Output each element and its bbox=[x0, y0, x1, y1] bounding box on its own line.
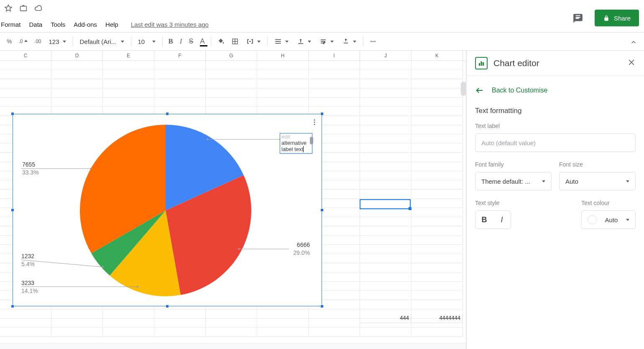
vertical-align-dropdown[interactable] bbox=[294, 35, 314, 48]
field-label: Font size bbox=[559, 161, 636, 168]
text-rotation-dropdown[interactable] bbox=[339, 35, 360, 48]
last-edit-link[interactable]: Last edit was 3 minutes ago bbox=[127, 18, 213, 31]
editor-line: label text bbox=[281, 146, 303, 152]
resize-handle[interactable] bbox=[320, 112, 324, 115]
svg-point-3 bbox=[372, 41, 373, 42]
text-color-button[interactable]: A bbox=[197, 35, 207, 48]
svg-point-7 bbox=[314, 124, 315, 125]
resize-handle[interactable] bbox=[166, 305, 169, 308]
scroll-thumb[interactable] bbox=[310, 137, 313, 144]
scroll-thumb[interactable] bbox=[461, 82, 466, 96]
move-icon[interactable] bbox=[19, 4, 28, 13]
title-bar: Share bbox=[0, 0, 644, 16]
cell-value[interactable]: 444 bbox=[360, 314, 411, 323]
svg-rect-0 bbox=[20, 6, 27, 11]
slice-label-editor[interactable]: edit alternative label text bbox=[280, 133, 312, 154]
slice-label: 6666 bbox=[297, 241, 310, 248]
slice-percent: 14.1% bbox=[21, 287, 38, 294]
slice-label: 3233 bbox=[21, 280, 34, 286]
menu-bar: Format Data Tools Add-ons Help Last edit… bbox=[0, 16, 644, 32]
selected-cell[interactable] bbox=[360, 199, 411, 209]
slice-label: 7655 bbox=[22, 161, 35, 168]
star-icon[interactable] bbox=[4, 4, 13, 13]
more-formats-dropdown[interactable]: 123 bbox=[45, 35, 69, 48]
col-header[interactable]: K bbox=[411, 51, 463, 60]
toolbar: % .0 .00 123 Default (Ari... 10 B I S A bbox=[0, 32, 644, 51]
increase-decimal-button[interactable]: .00 bbox=[32, 35, 44, 48]
svg-rect-19 bbox=[481, 61, 482, 66]
text-colour-select[interactable]: Auto bbox=[581, 210, 636, 229]
more-tools-button[interactable] bbox=[367, 35, 379, 48]
back-label: Back to Customise bbox=[492, 87, 547, 94]
resize-handle[interactable] bbox=[166, 112, 169, 115]
menu-help[interactable]: Help bbox=[101, 18, 123, 31]
text-label-input[interactable]: Auto (default value) bbox=[475, 133, 636, 152]
col-header[interactable]: G bbox=[206, 51, 257, 60]
resize-handle[interactable] bbox=[320, 305, 324, 308]
slice-percent: 29.0% bbox=[293, 249, 310, 256]
svg-point-17 bbox=[90, 168, 92, 169]
menu-tools[interactable]: Tools bbox=[46, 18, 69, 31]
col-header[interactable]: F bbox=[154, 51, 206, 60]
col-header[interactable]: I bbox=[309, 51, 360, 60]
resize-handle[interactable] bbox=[11, 112, 14, 115]
menu-format[interactable]: Format bbox=[0, 18, 25, 31]
chart-menu-button[interactable] bbox=[311, 118, 318, 128]
arrow-left-icon bbox=[475, 86, 484, 95]
col-header[interactable]: D bbox=[51, 51, 103, 60]
slice-percent: 33.3% bbox=[22, 169, 39, 176]
svg-rect-18 bbox=[479, 63, 480, 66]
field-label: Text label bbox=[475, 123, 636, 129]
bold-toggle[interactable]: B bbox=[475, 211, 493, 228]
svg-rect-20 bbox=[483, 62, 484, 65]
svg-point-5 bbox=[314, 119, 315, 121]
share-label: Share bbox=[614, 15, 631, 22]
italic-toggle[interactable]: I bbox=[493, 211, 511, 228]
col-header[interactable]: E bbox=[103, 51, 154, 60]
fill-handle[interactable] bbox=[409, 207, 411, 210]
resize-handle[interactable] bbox=[11, 208, 14, 212]
fill-color-button[interactable] bbox=[215, 35, 227, 48]
back-to-customise-button[interactable]: Back to Customise bbox=[467, 76, 644, 103]
percent-format-button[interactable]: % bbox=[4, 35, 14, 48]
font-size-select[interactable]: Auto bbox=[559, 172, 636, 190]
svg-point-15 bbox=[102, 266, 104, 268]
share-button[interactable]: Share bbox=[595, 10, 639, 26]
svg-point-6 bbox=[314, 122, 315, 123]
svg-point-9 bbox=[207, 139, 208, 140]
collapse-toolbar-button[interactable] bbox=[627, 36, 640, 49]
font-size-dropdown[interactable]: 10 bbox=[135, 35, 159, 48]
cell-value[interactable]: 4444444 bbox=[411, 314, 463, 323]
field-label: Font family bbox=[475, 161, 552, 168]
bold-button[interactable]: B bbox=[166, 35, 176, 48]
text-wrap-dropdown[interactable] bbox=[316, 35, 337, 48]
merge-cells-dropdown[interactable] bbox=[243, 35, 264, 48]
close-icon[interactable] bbox=[627, 58, 636, 68]
text-style-buttons: B I bbox=[475, 210, 511, 229]
col-header[interactable]: H bbox=[257, 51, 309, 60]
resize-handle[interactable] bbox=[11, 305, 14, 308]
slice-percent: 5.4% bbox=[21, 261, 35, 267]
col-header[interactable]: C bbox=[0, 51, 51, 60]
chart-icon bbox=[475, 57, 488, 69]
cloud-icon[interactable] bbox=[34, 4, 43, 13]
pie-chart: 6666 29.0% 3233 14.1% 1232 5.4% 7655 33.… bbox=[13, 114, 322, 307]
menu-data[interactable]: Data bbox=[25, 18, 47, 31]
comments-button[interactable] bbox=[570, 10, 586, 27]
borders-button[interactable] bbox=[229, 35, 241, 48]
scrollbar-horizontal[interactable] bbox=[0, 343, 466, 349]
slice-label: 1232 bbox=[21, 253, 34, 259]
font-family-dropdown[interactable]: Default (Ari... bbox=[77, 35, 128, 48]
decrease-decimal-button[interactable]: .0 bbox=[16, 35, 30, 48]
chart-object[interactable]: 6666 29.0% 3233 14.1% 1232 5.4% 7655 33.… bbox=[13, 114, 322, 306]
italic-button[interactable]: I bbox=[177, 35, 185, 48]
col-header[interactable]: J bbox=[360, 51, 411, 60]
horizontal-align-dropdown[interactable] bbox=[271, 35, 292, 48]
resize-handle[interactable] bbox=[320, 208, 324, 212]
strikethrough-button[interactable]: S bbox=[187, 35, 196, 48]
font-family-select[interactable]: Theme default: ... bbox=[475, 172, 552, 190]
spreadsheet-grid[interactable]: C D E F G H I J K 444 4444444 bbox=[0, 51, 466, 349]
svg-point-11 bbox=[238, 248, 240, 250]
field-label: Text colour bbox=[581, 200, 636, 206]
menu-addons[interactable]: Add-ons bbox=[69, 18, 101, 31]
